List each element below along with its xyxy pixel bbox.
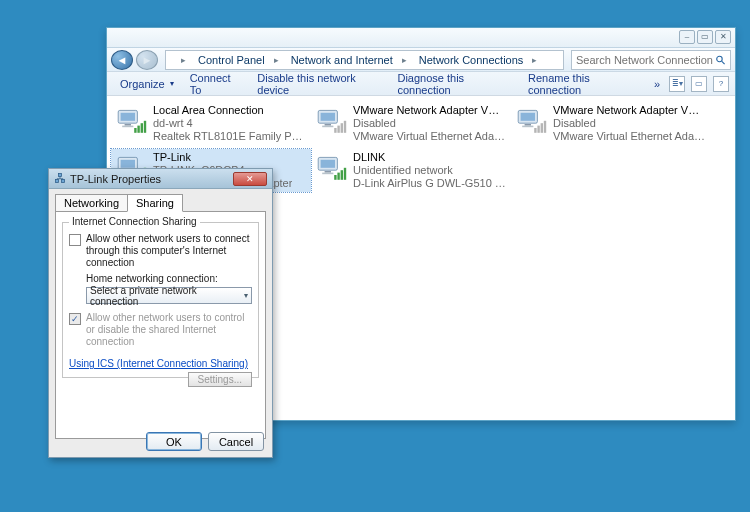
connection-item[interactable]: Local Area Connection dd-wrt 4 Realtek R…	[111, 102, 311, 145]
svg-rect-21	[521, 113, 535, 121]
dialog-tabs: Networking Sharing	[55, 193, 266, 211]
tab-sharing[interactable]: Sharing	[127, 194, 183, 212]
crumb-network-internet[interactable]: Network and Internet	[285, 54, 413, 66]
ok-button[interactable]: OK	[146, 432, 202, 451]
connection-status: Disabled	[353, 117, 507, 130]
svg-rect-41	[337, 173, 339, 180]
connection-device: VMware Virtual Ethernet Adapter ...	[553, 130, 707, 143]
computer-icon[interactable]	[166, 55, 192, 65]
svg-rect-23	[522, 126, 533, 128]
svg-rect-9	[137, 126, 139, 133]
connection-item[interactable]: VMware Network Adapter VMnet1 Disabled V…	[311, 102, 511, 145]
svg-rect-46	[59, 173, 62, 176]
cancel-button[interactable]: Cancel	[208, 432, 264, 451]
svg-rect-13	[321, 113, 335, 121]
toolbar-overflow[interactable]: »	[647, 76, 667, 92]
connection-device: Realtek RTL8101E Family PCI-E Fa...	[153, 130, 307, 143]
ics-help-link[interactable]: Using ICS (Internet Connection Sharing)	[69, 358, 248, 369]
svg-rect-8	[134, 128, 136, 133]
home-connection-select[interactable]: Select a private network connection	[86, 287, 252, 304]
maximize-button[interactable]: ▭	[697, 30, 713, 44]
toolbar: Organize Connect To Disable this network…	[107, 72, 735, 96]
rename-button[interactable]: Rename this connection	[521, 70, 645, 98]
settings-button: Settings...	[188, 372, 252, 387]
svg-rect-44	[56, 179, 59, 182]
svg-rect-19	[344, 121, 346, 133]
svg-rect-22	[525, 124, 531, 126]
svg-rect-45	[62, 179, 65, 182]
connection-name: DLINK	[353, 151, 507, 164]
svg-rect-38	[325, 171, 331, 173]
connection-icon	[515, 104, 547, 136]
connection-name: VMware Network Adapter VMnet8	[553, 104, 707, 117]
diagnose-button[interactable]: Diagnose this connection	[390, 70, 519, 98]
connection-status: dd-wrt 4	[153, 117, 307, 130]
svg-rect-17	[337, 126, 339, 133]
svg-rect-18	[341, 123, 343, 133]
svg-rect-43	[344, 168, 346, 180]
allow-other-checkbox[interactable]	[69, 234, 81, 246]
view-options-icon[interactable]: ≣▾	[669, 76, 685, 92]
home-connection-label: Home networking connection:	[86, 273, 252, 285]
dialog-close-button[interactable]: ✕	[233, 172, 267, 186]
connection-status: Disabled	[553, 117, 707, 130]
svg-rect-26	[541, 123, 543, 133]
connection-icon	[315, 151, 347, 183]
ics-group-title: Internet Connection Sharing	[69, 216, 200, 227]
allow-other-label: Allow other network users to connect thr…	[86, 233, 252, 269]
connection-icon	[115, 104, 147, 136]
svg-rect-5	[121, 113, 135, 121]
search-box[interactable]	[571, 50, 731, 70]
svg-rect-37	[321, 160, 335, 168]
search-icon	[715, 54, 726, 66]
dialog-title: TP-Link Properties	[70, 173, 161, 185]
disable-device-button[interactable]: Disable this network device	[250, 70, 388, 98]
dialog-titlebar[interactable]: TP-Link Properties ✕	[49, 169, 272, 189]
connection-device: D-Link AirPlus G DWL-G510 Wirel...	[353, 177, 507, 190]
organize-button[interactable]: Organize	[113, 76, 181, 92]
svg-rect-10	[141, 123, 143, 133]
svg-rect-11	[144, 121, 146, 133]
svg-point-2	[717, 56, 722, 61]
connection-name: VMware Network Adapter VMnet1	[353, 104, 507, 117]
connection-device: VMware Virtual Ethernet Adapter ...	[353, 130, 507, 143]
connect-to-button[interactable]: Connect To	[183, 70, 249, 98]
connection-name: Local Area Connection	[153, 104, 307, 117]
close-button[interactable]: ✕	[715, 30, 731, 44]
titlebar[interactable]: – ▭ ✕	[107, 28, 735, 48]
svg-rect-40	[334, 175, 336, 180]
breadcrumb[interactable]: Control Panel Network and Internet Netwo…	[165, 50, 564, 70]
svg-rect-29	[121, 160, 135, 168]
nav-bar: ◄ ► Control Panel Network and Internet N…	[107, 48, 735, 72]
search-input[interactable]	[576, 54, 713, 66]
svg-rect-15	[322, 126, 333, 128]
crumb-network-connections[interactable]: Network Connections	[413, 54, 544, 66]
crumb-control-panel[interactable]: Control Panel	[192, 54, 285, 66]
connection-name: TP-Link	[153, 151, 292, 164]
svg-rect-6	[125, 124, 131, 126]
svg-rect-7	[122, 126, 133, 128]
allow-control-label: Allow other network users to control or …	[86, 312, 252, 348]
svg-rect-24	[534, 128, 536, 133]
preview-pane-icon[interactable]: ▭	[691, 76, 707, 92]
tab-networking[interactable]: Networking	[55, 194, 128, 212]
allow-control-checkbox	[69, 313, 81, 325]
minimize-button[interactable]: –	[679, 30, 695, 44]
svg-rect-25	[537, 126, 539, 133]
properties-dialog: TP-Link Properties ✕ Networking Sharing …	[48, 168, 273, 458]
connection-item[interactable]: VMware Network Adapter VMnet8 Disabled V…	[511, 102, 711, 145]
help-icon[interactable]: ?	[713, 76, 729, 92]
svg-rect-42	[341, 170, 343, 180]
svg-rect-14	[325, 124, 331, 126]
svg-rect-39	[322, 173, 333, 175]
ics-group: Internet Connection Sharing Allow other …	[62, 222, 259, 378]
svg-line-3	[722, 61, 725, 64]
svg-rect-16	[334, 128, 336, 133]
sharing-panel: Internet Connection Sharing Allow other …	[55, 211, 266, 439]
forward-button[interactable]: ►	[136, 50, 158, 70]
svg-rect-27	[544, 121, 546, 133]
connection-status: Unidentified network	[353, 164, 507, 177]
connection-icon	[315, 104, 347, 136]
back-button[interactable]: ◄	[111, 50, 133, 70]
connection-item[interactable]: DLINK Unidentified network D-Link AirPlu…	[311, 149, 511, 192]
